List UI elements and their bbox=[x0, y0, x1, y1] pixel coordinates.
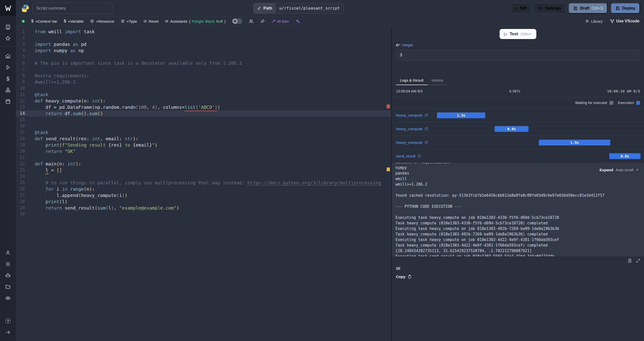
path-label: Path bbox=[263, 6, 272, 11]
diff-mode-toggle[interactable] bbox=[232, 18, 242, 24]
reset-button[interactable]: ⟳Reset bbox=[144, 19, 159, 24]
tab-history[interactable]: History bbox=[427, 76, 447, 85]
code-line[interactable]: 30 bbox=[16, 211, 391, 217]
runs-icon[interactable] bbox=[3, 62, 14, 73]
code-line[interactable]: 23 l = [] bbox=[16, 167, 391, 173]
execution-bar[interactable]: 0.9s bbox=[495, 126, 529, 132]
autoscroll-toggle[interactable]: Auto scroll bbox=[616, 168, 633, 172]
add-variable-button[interactable]: $+Variable bbox=[64, 19, 84, 24]
code-line[interactable]: 29 return send_result(sum(l), "example@e… bbox=[16, 205, 391, 211]
favorites-icon[interactable] bbox=[3, 33, 14, 44]
resources-icon[interactable] bbox=[3, 84, 14, 96]
play-icon: ▷ bbox=[504, 32, 507, 37]
line-number: 10 bbox=[16, 85, 31, 91]
library-button[interactable]: Library bbox=[585, 19, 603, 23]
workspace-icon[interactable] bbox=[3, 21, 14, 33]
code-line[interactable]: 4import numpy as np bbox=[16, 47, 391, 54]
logs-viewer[interactable]: content of requirements: numpy pandas wm… bbox=[392, 163, 644, 256]
code-line[interactable]: 24 bbox=[16, 173, 391, 180]
job-link[interactable]: heavy_compute bbox=[396, 127, 428, 131]
code-line[interactable]: 3import pandas as pd bbox=[16, 41, 391, 47]
line-number: 17 bbox=[16, 129, 31, 135]
execution-bar[interactable]: 1.3s bbox=[437, 112, 485, 118]
expand-sidebar-icon[interactable] bbox=[3, 327, 14, 338]
code-editor[interactable]: 1from wmill import task23import pandas a… bbox=[16, 26, 392, 341]
warning-ruler-marker[interactable] bbox=[387, 167, 390, 171]
job-link[interactable]: heavy_compute bbox=[396, 140, 428, 145]
code-line[interactable]: 9#wmill>=1.286.2 bbox=[16, 79, 391, 85]
assistants-status[interactable]: ⟳ Assistants (Pyright Black Ruff) bbox=[165, 19, 225, 24]
use-vscode-button[interactable]: Use VScode bbox=[610, 19, 639, 24]
test-button[interactable]: ▷ Test Ctrl+↵ bbox=[500, 29, 537, 39]
code-line[interactable]: 17@task bbox=[16, 129, 391, 135]
error-ruler-marker[interactable] bbox=[387, 105, 390, 108]
code-line[interactable]: 7 bbox=[16, 66, 391, 73]
variables-icon[interactable]: $ bbox=[3, 73, 14, 84]
code-line[interactable]: 28 print(l) bbox=[16, 198, 391, 205]
timeline-row: send_result0.8s bbox=[392, 149, 644, 163]
ai-gen-button[interactable]: AI Gen bbox=[271, 19, 289, 23]
job-link[interactable]: send_result bbox=[396, 154, 421, 158]
home-icon[interactable] bbox=[3, 50, 14, 62]
logs-controls: Expand Auto scroll ✓ bbox=[598, 167, 640, 173]
job-link[interactable]: heavy_compute bbox=[396, 113, 428, 117]
settings-label: Settings bbox=[545, 6, 561, 11]
users-icon[interactable] bbox=[3, 247, 14, 258]
multiplayer-button[interactable] bbox=[249, 19, 254, 24]
code-line[interactable]: 5 bbox=[16, 54, 391, 60]
code-line[interactable]: 26 for i in range(n): bbox=[16, 186, 391, 192]
code-line[interactable]: 14 return df.sum().sum() bbox=[16, 110, 391, 117]
paintbrush-icon bbox=[260, 19, 265, 24]
code-line[interactable]: 15 bbox=[16, 117, 391, 123]
settings-icon[interactable] bbox=[3, 258, 14, 270]
execution-bar[interactable]: 1.9s bbox=[539, 140, 610, 145]
audit-logs-icon[interactable] bbox=[3, 292, 14, 304]
code-line[interactable]: 22def main(n: int): bbox=[16, 161, 391, 167]
code-line[interactable]: 25 # to run things in parallel, simply u… bbox=[16, 180, 391, 186]
reset-icon: ⟳ bbox=[144, 19, 147, 24]
ai-sparkles-button[interactable] bbox=[295, 19, 300, 24]
format-button[interactable] bbox=[260, 19, 265, 24]
code-line[interactable]: 12def heavy_compute(n: int): bbox=[16, 98, 391, 104]
run-start-time: 10:06:04 AM 6/3 bbox=[396, 89, 423, 93]
code-line[interactable]: 27 l.append(heavy_compute(i)) bbox=[16, 192, 391, 198]
code-lines[interactable]: 1from wmill import task23import pandas a… bbox=[16, 26, 391, 217]
code-line[interactable]: 20 return "OK" bbox=[16, 148, 391, 154]
add-resource-button[interactable]: +Resource bbox=[90, 19, 114, 23]
script-summary-input[interactable] bbox=[32, 3, 112, 14]
path-button[interactable]: Path u/rfiszel/pleasant_script bbox=[253, 3, 344, 14]
logs-expand-button[interactable]: Expand bbox=[599, 168, 613, 172]
deploy-button[interactable]: Deploy bbox=[611, 3, 640, 14]
diff-button[interactable]: ± Diff bbox=[511, 3, 531, 14]
indent-guide bbox=[46, 104, 46, 117]
arg-n-input[interactable] bbox=[396, 50, 640, 61]
add-context-var-button[interactable]: $+Context Var bbox=[31, 19, 57, 24]
add-type-button[interactable]: +Type bbox=[121, 19, 137, 23]
execution-bar[interactable]: 0.8s bbox=[609, 153, 640, 159]
code-line[interactable]: 19 print(f"Sending result {res} to {emai… bbox=[16, 142, 391, 148]
code-line[interactable]: 8#extra_requirements: bbox=[16, 73, 391, 79]
code-line[interactable]: 10 bbox=[16, 85, 391, 91]
tab-logs-result[interactable]: Logs & Result bbox=[396, 76, 427, 85]
help-icon[interactable]: ? bbox=[3, 315, 14, 327]
code-line[interactable]: 1from wmill import task bbox=[16, 28, 391, 35]
schedules-icon[interactable] bbox=[3, 96, 14, 107]
folders-icon[interactable] bbox=[3, 281, 14, 292]
windmill-logo[interactable] bbox=[0, 0, 16, 16]
assistant-pyright: Pyright bbox=[192, 19, 204, 23]
code-line[interactable]: 11@task bbox=[16, 91, 391, 98]
draft-button[interactable]: Draft Ctrl+S bbox=[569, 3, 607, 14]
code-line[interactable]: 13 df = pd.DataFrame(np.random.randn(100… bbox=[16, 104, 391, 110]
code-line[interactable]: 16 bbox=[16, 123, 391, 129]
fullscreen-icon[interactable] bbox=[636, 258, 640, 263]
copy-logs-icon[interactable] bbox=[627, 258, 632, 263]
copy-result-button[interactable]: Copy bbox=[396, 275, 412, 279]
line-number: 8 bbox=[16, 73, 31, 79]
settings-button[interactable]: Settings bbox=[534, 3, 565, 14]
execution-timeline: heavy_compute1.3sheavy_compute0.9sheavy_… bbox=[392, 108, 644, 163]
code-line[interactable]: 2 bbox=[16, 35, 391, 41]
code-line[interactable]: 6# The pin is important since task is a … bbox=[16, 60, 391, 66]
code-line[interactable]: 21 bbox=[16, 154, 391, 161]
code-line[interactable]: 18def send_result(res: int, email: str): bbox=[16, 135, 391, 142]
workers-icon[interactable] bbox=[3, 270, 14, 281]
